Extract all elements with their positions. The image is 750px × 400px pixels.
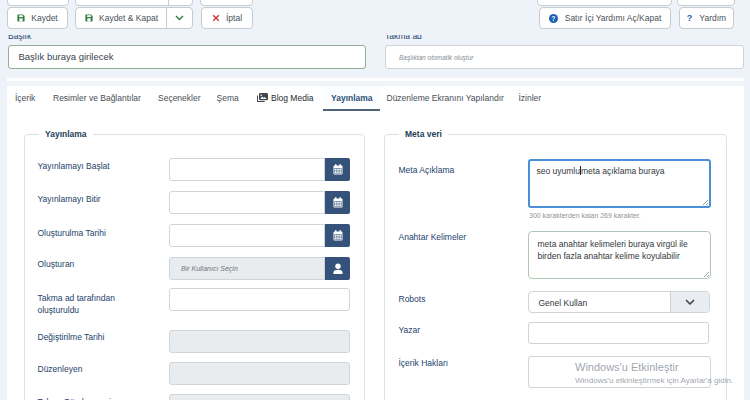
svg-text:?: ?	[551, 14, 555, 21]
